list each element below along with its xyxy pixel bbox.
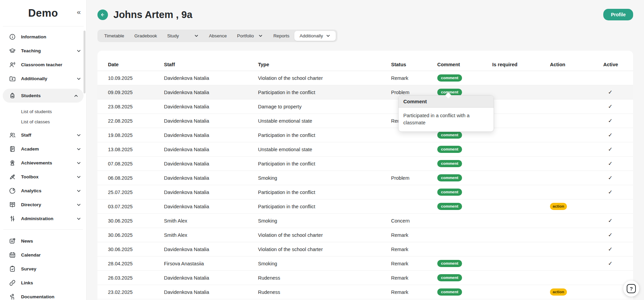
active-check-icon: ✓ [608,261,612,266]
sidebar-subitem-list-of-classes[interactable]: List of classes [0,117,86,127]
sidebar-subitem-list-of-students[interactable]: List of students [0,106,86,117]
table-row[interactable]: 26.03.2025 Davidenkova Natalia Rudeness … [97,271,633,285]
table-row[interactable]: 23.08.2025 Davidenkova Natalia Damage to… [97,100,633,114]
sidebar-item-label: Teaching [21,48,76,53]
comment-badge[interactable]: comment [437,288,462,296]
comment-badge[interactable]: comment [437,146,462,153]
comment-badge[interactable]: comment [437,74,462,82]
sidebar-item-staff[interactable]: Staff [0,128,86,142]
sidebar-item-label: Administration [21,216,76,221]
sidebar-item-label: Directory [21,202,76,207]
table-row[interactable]: 28.04.2025 Firsova Anastasiia Smoking Re… [97,257,633,271]
comment-badge[interactable]: comment [437,160,462,167]
cell-staff: Davidenkova Natalia [164,289,258,295]
cell-comment: comment [437,131,492,139]
cell-status: Remark [391,275,437,281]
tab-gradebook[interactable]: Gradebook [129,31,162,41]
sidebar-item-news[interactable]: News [0,234,86,248]
chevron-down-icon [76,76,81,82]
cell-status: Remark [391,289,437,295]
table-row[interactable]: 10.09.2025 Davidenkova Natalia Violation… [97,71,633,85]
cell-date: 28.04.2025 [108,261,164,266]
table-row[interactable]: 23.02.2025 Davidenkova Natalia Rudeness … [97,285,633,299]
table-row[interactable]: 03.07.2025 Davidenkova Natalia Participa… [97,199,633,214]
sidebar-item-teaching[interactable]: Teaching [0,44,86,58]
sidebar-scrollbar-thumb[interactable] [84,31,86,93]
action-badge[interactable]: action [550,288,567,296]
sidebar-item-classroom-teacher[interactable]: Classroom teacher [0,58,86,72]
table-row[interactable]: 09.09.2025 Davidenkova Natalia Participa… [97,85,633,100]
cell-date: 26.03.2025 [108,275,164,281]
cell-type: Violation of the school charter [258,232,391,238]
help-button[interactable]: ? [623,281,639,297]
active-check-icon: ✓ [608,218,612,224]
sidebar-item-survey[interactable]: Survey [0,262,86,276]
tab-additionally[interactable]: Additionally [294,31,336,41]
table-row[interactable]: 30.06.2025 Smith Alex Smoking Concern ✓ [97,214,633,228]
cell-active: ✓ [603,146,623,153]
cell-type: Violation of the school charter [258,75,391,81]
comment-badge[interactable]: comment [437,203,462,210]
active-check-icon: ✓ [608,104,612,109]
sidebar-item-documentation[interactable]: Documentation [0,290,86,300]
table-row[interactable]: 07.08.2025 Davidenkova Natalia Participa… [97,157,633,171]
sidebar-collapse-icon[interactable]: « [77,8,81,15]
table-header: DateStaffTypeStatusCommentIs requiredAct… [97,58,633,71]
sidebar-scrollbar[interactable] [84,31,86,297]
table-row[interactable]: 19.08.2025 Davidenkova Natalia Participa… [97,128,633,142]
cell-date: 19.08.2025 [108,133,164,138]
table-row[interactable]: 25.07.2025 Davidenkova Natalia Participa… [97,185,633,199]
sidebar-item-academ[interactable]: Academ [0,142,86,156]
sidebar-item-label: Links [21,280,81,285]
sidebar-item-label: Toolbox [21,174,76,179]
question-mark-icon: ? [627,284,636,293]
cell-type: Participation in the conflict [258,90,391,95]
cell-type: Unstable emotional state [258,147,391,152]
sidebar-item-students[interactable]: Students [3,89,84,103]
table-row[interactable]: 22.08.2025 Davidenkova Natalia Unstable … [97,114,633,128]
sidebar-item-label: Classroom teacher [21,62,81,67]
comment-badge[interactable]: comment [437,174,462,182]
active-check-icon: ✓ [608,246,612,252]
links-icon-wrap [9,279,16,287]
cell-date: 06.08.2025 [108,175,164,181]
tab-absence[interactable]: Absence [204,31,232,41]
cell-date: 23.08.2025 [108,104,164,109]
comment-badge[interactable]: comment [437,131,462,139]
tab-label: Additionally [299,33,323,38]
tab-timetable[interactable]: Timetable [99,31,129,41]
cell-active: ✓ [603,217,623,224]
profile-button[interactable]: Profile [603,9,633,20]
sidebar-item-links[interactable]: Links [0,276,86,290]
chevron-down-icon [76,174,81,180]
sidebar-item-administration[interactable]: Administration [0,212,86,226]
sidebar-item-achievements[interactable]: Achievements [0,156,86,170]
tab-label: Gradebook [134,33,157,38]
sidebar-item-directory[interactable]: Directory [0,198,86,212]
cell-active: ✓ [603,175,623,181]
sidebar-item-information[interactable]: Information [0,30,86,44]
column-header-date: Date [108,62,164,67]
table-row[interactable]: 30.06.2025 Davidenkova Natalia Violation… [97,242,633,257]
sidebar-subitems: List of studentsList of classes [0,106,86,128]
table-row[interactable]: 30.06.2025 Smith Alex Violation of the s… [97,228,633,242]
back-button[interactable] [97,10,108,20]
tab-portfolio[interactable]: Portfolio [232,31,268,41]
sidebar-item-toolbox[interactable]: Toolbox [0,170,86,184]
comment-badge[interactable]: comment [437,189,462,196]
cell-action: action [550,288,603,296]
tab-study[interactable]: Study [162,31,204,41]
achievements-icon-wrap [9,159,16,167]
sidebar-item-additionally[interactable]: Additionally [0,72,86,86]
chevron-down-icon [76,216,81,222]
sidebar-item-calendar[interactable]: Calendar [0,248,86,262]
sidebar-item-analytics[interactable]: Analytics [0,184,86,198]
action-badge[interactable]: action [550,203,567,210]
comment-badge[interactable]: comment [437,260,462,267]
table-row[interactable]: 13.08.2025 Davidenkova Natalia Unstable … [97,142,633,157]
news-icon-wrap [9,237,16,245]
tab-label: Timetable [104,33,124,38]
tab-reports[interactable]: Reports [268,31,294,41]
table-row[interactable]: 06.08.2025 Davidenkova Natalia Smoking P… [97,171,633,185]
comment-badge[interactable]: comment [437,274,462,282]
